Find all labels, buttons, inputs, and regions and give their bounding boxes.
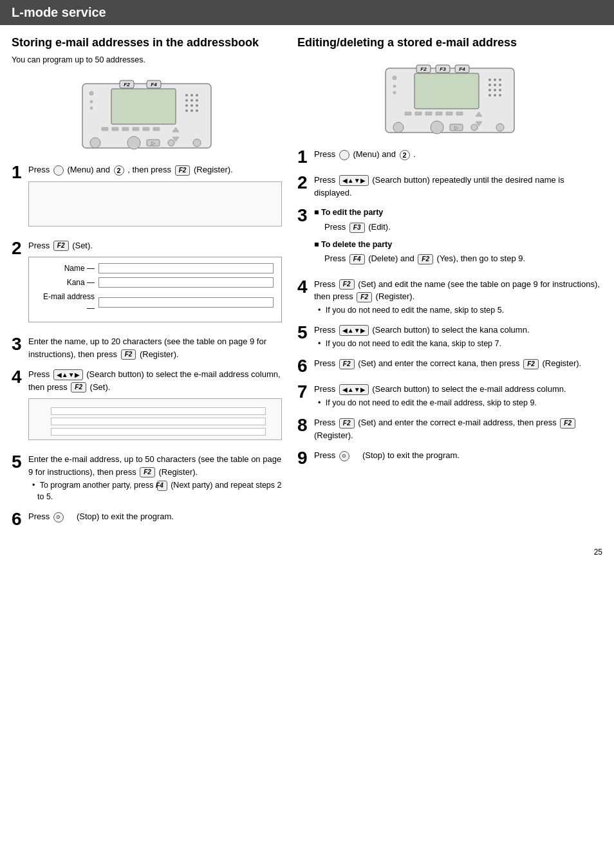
svg-rect-25 xyxy=(143,127,149,131)
right-step-8: 8 Press F2 (Set) and enter the correct e… xyxy=(297,416,602,441)
svg-point-57 xyxy=(393,91,396,94)
step-num: 7 xyxy=(297,383,312,401)
left-step-3: 3 Enter the name, up to 20 characters (s… xyxy=(12,335,282,360)
step1-screenshot xyxy=(28,181,282,226)
page-number: 25 xyxy=(0,542,614,562)
email-label: E-mail address — xyxy=(37,291,95,314)
svg-rect-61 xyxy=(436,112,442,115)
search-button: ◀▲▼▶ xyxy=(339,175,369,186)
svg-text:F4: F4 xyxy=(151,82,157,88)
svg-point-15 xyxy=(185,109,188,112)
step-content: Press ⊙ (Stop) to exit the program. xyxy=(314,449,602,462)
step-num: 6 xyxy=(12,510,26,528)
bullet-next-party: To program another party, press F4 (Next… xyxy=(28,480,282,503)
right-section-title: Editing/deleting a stored e-mail address xyxy=(297,35,602,50)
field-line-1 xyxy=(51,407,266,415)
f2-key: F2 xyxy=(71,382,86,392)
step-num: 2 xyxy=(12,239,26,257)
step-content: Press ◀▲▼▶ (Search button) repeatedly un… xyxy=(314,174,602,199)
svg-rect-36 xyxy=(414,73,479,109)
step-num: 8 xyxy=(297,416,312,434)
step-content: Press F2 (Set). Name — Kana — E-mail add… xyxy=(28,239,282,328)
svg-point-18 xyxy=(89,91,93,95)
svg-text:F3: F3 xyxy=(440,66,446,72)
svg-point-30 xyxy=(127,136,140,149)
svg-text:F2: F2 xyxy=(124,82,130,88)
main-content: Storing e-mail addresses in the addressb… xyxy=(0,35,614,536)
step-content: Press (Menu) and 2 , then press F2 (Regi… xyxy=(28,163,282,232)
svg-point-70 xyxy=(471,124,478,131)
svg-rect-23 xyxy=(122,127,129,131)
sub-step-delete-label: ■ To delete the party xyxy=(314,239,602,251)
bullet-skip-7: If you do not need to edit the kana, ski… xyxy=(314,338,602,350)
bullet-skip-5: If you do not need to edit the name, ski… xyxy=(314,305,602,317)
svg-point-49 xyxy=(488,89,491,91)
search-button: ◀▲▼▶ xyxy=(53,369,83,380)
svg-text:▷: ▷ xyxy=(454,125,459,131)
email-field xyxy=(98,297,274,308)
svg-rect-59 xyxy=(415,112,422,115)
svg-rect-60 xyxy=(425,112,432,115)
svg-point-51 xyxy=(499,89,501,91)
svg-rect-1 xyxy=(111,89,176,124)
step-num: 5 xyxy=(12,453,26,471)
menu-button xyxy=(53,165,64,176)
step-content: Press ◀▲▼▶ (Search button) to select the… xyxy=(314,383,602,409)
svg-rect-58 xyxy=(405,112,411,115)
sub-step-delete-block: Press F4 (Delete) and F2 (Yes), then go … xyxy=(314,252,602,265)
step-content: Press (Menu) and 2 . xyxy=(314,148,602,161)
svg-point-7 xyxy=(191,94,193,97)
step-content: Press F2 (Set) and enter the correct kan… xyxy=(314,357,602,370)
f2-key: F2 xyxy=(339,279,355,290)
header-title: L-mode service xyxy=(12,5,106,19)
kana-row: Kana — xyxy=(37,277,274,288)
svg-point-48 xyxy=(499,84,501,86)
svg-point-43 xyxy=(488,78,491,81)
right-step-2: 2 Press ◀▲▼▶ (Search button) repeatedly … xyxy=(297,174,602,199)
left-subtitle: You can program up to 50 addresses. xyxy=(12,55,282,64)
step-num: 5 xyxy=(297,324,312,342)
svg-point-9 xyxy=(185,99,188,102)
f2-key: F2 xyxy=(339,359,355,369)
svg-point-17 xyxy=(196,109,198,112)
f2-key: F2 xyxy=(523,359,539,369)
f2-key: F2 xyxy=(418,254,433,264)
svg-text:▷: ▷ xyxy=(151,140,156,146)
svg-point-71 xyxy=(496,124,504,131)
step-content: Press F2 (Set) and edit the name (see th… xyxy=(314,278,602,317)
f2-key: F2 xyxy=(339,418,355,429)
step-num: 3 xyxy=(297,207,312,225)
svg-point-54 xyxy=(499,94,501,97)
step-content: Enter the e-mail address, up to 50 chara… xyxy=(28,453,282,503)
svg-point-46 xyxy=(488,84,491,86)
right-step-3: 3 ■ To edit the party Press F3 (Edit). ■… xyxy=(297,207,602,270)
svg-point-50 xyxy=(494,89,496,91)
f4-key: F4 xyxy=(157,481,167,491)
step-num: 4 xyxy=(12,368,26,386)
svg-point-8 xyxy=(196,94,198,97)
right-step-1: 1 Press (Menu) and 2 . xyxy=(297,148,602,166)
num-2-badge: 2 xyxy=(400,150,410,160)
left-device-diagram: F2 F4 xyxy=(12,71,282,154)
svg-point-45 xyxy=(499,78,501,81)
svg-point-19 xyxy=(90,100,93,103)
svg-point-29 xyxy=(90,138,100,148)
step-content: Press ⊙ (Stop) to exit the program. xyxy=(28,510,282,523)
field-line-3 xyxy=(51,428,266,436)
f2-key: F2 xyxy=(560,418,575,429)
right-column: Editing/deleting a stored e-mail address… xyxy=(297,35,602,536)
search-button: ◀▲▼▶ xyxy=(339,384,369,395)
stop-button: ⊙ xyxy=(339,451,349,461)
svg-point-16 xyxy=(191,109,193,112)
name-field xyxy=(98,263,274,273)
svg-rect-62 xyxy=(446,112,452,115)
right-step-4: 4 Press F2 (Set) and edit the name (see … xyxy=(297,278,602,317)
step-num: 9 xyxy=(297,449,312,467)
f2-key: F2 xyxy=(121,349,136,360)
f2-key: F2 xyxy=(357,292,372,302)
svg-point-67 xyxy=(431,121,443,134)
svg-point-11 xyxy=(196,99,198,102)
svg-text:F4: F4 xyxy=(459,66,465,72)
right-device-svg: F2 F3 F4 xyxy=(366,55,534,139)
right-step-9: 9 Press ⊙ (Stop) to exit the program. xyxy=(297,449,602,467)
